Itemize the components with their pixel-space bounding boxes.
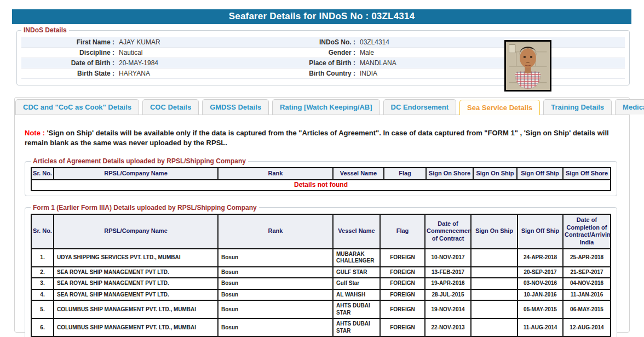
column-header: Sr. No.: [31, 168, 54, 180]
tab-cdc-and-coc-as-cook-details[interactable]: CDC and "CoC as Cook" Details: [15, 99, 139, 115]
form1-header-row: Sr. No.RPSL/Company NameRankVessel NameF…: [31, 214, 611, 249]
column-header: Flag: [384, 168, 426, 180]
articles-of-agreement-panel: Articles of Agreement Details uploaded b…: [25, 157, 617, 196]
table-cell: Bosun: [218, 267, 333, 278]
table-cell: 19-NOV-2014: [425, 300, 471, 318]
form1-table-row: 6.COLUMBUS SHIP MANAGEMENT PVT. LTD., MU…: [31, 318, 611, 336]
form1-table-row: 4.SEA ROYAL SHIP MANAGEMENT PVT LTD.Bosu…: [31, 289, 611, 301]
tab-sea-service-details[interactable]: Sea Service Details: [459, 100, 540, 115]
table-cell: 3.: [31, 278, 54, 289]
table-cell: 4.: [31, 289, 54, 301]
table-cell: 05-MAY-2015: [518, 300, 563, 318]
articles-legend: Articles of Agreement Details uploaded b…: [31, 157, 248, 165]
table-cell: SEA ROYAL SHIP MANAGEMENT PVT LTD.: [54, 289, 218, 301]
column-header: Sign On Shore: [426, 168, 473, 180]
column-header: Sign On Ship: [473, 168, 517, 180]
column-header: Date of Completion of Contract/Arriving …: [563, 214, 611, 249]
sea-service-tab-content: Note : 'Sign on Ship' details will be av…: [15, 115, 629, 337]
column-header: Vessel Name: [333, 168, 384, 180]
tab-coc-details[interactable]: COC Details: [142, 99, 199, 115]
column-header: Sign Off Shore: [563, 168, 611, 180]
page-title: Seafarer Details for INDoS No : 03ZL4314: [12, 9, 631, 24]
column-header: Vessel Name: [333, 214, 380, 249]
detail-value: Nautical: [114, 49, 295, 56]
articles-header-row: Sr. No.RPSL/Company NameRankVessel NameF…: [31, 168, 611, 180]
table-cell: 12-AUG-2014: [563, 318, 611, 336]
table-cell: 5.: [31, 300, 54, 318]
table-cell: 10-JAN-2016: [518, 289, 563, 301]
table-cell: Gulf Star: [333, 278, 380, 289]
column-header: RPSL/Company Name: [54, 214, 218, 249]
detail-value: 03ZL4314: [355, 38, 520, 46]
table-cell: FOREIGN: [380, 249, 425, 267]
form1-table-row: 1.UDYA SHIPPING SERVICES PVT. LTD., MUMB…: [31, 249, 611, 267]
articles-of-agreement-table: Sr. No.RPSL/Company NameRankVessel NameF…: [31, 167, 611, 191]
tab-training-details[interactable]: Training Details: [543, 99, 612, 115]
detail-value: 20-MAY-1984: [114, 59, 295, 67]
table-cell: 10-NOV-2017: [425, 249, 471, 267]
detail-label: Discipline :: [21, 49, 114, 56]
form1-legend: Form 1 (Earlier Form IIIA) Details uploa…: [31, 204, 259, 212]
detail-label: Gender :: [295, 49, 355, 56]
detail-value: INDIA: [355, 70, 520, 77]
column-header: Sign Off Ship: [517, 168, 563, 180]
table-cell: 11-AUG-2014: [518, 318, 563, 336]
table-cell: [471, 289, 518, 301]
table-cell: 6.: [31, 318, 54, 336]
table-cell: COLUMBUS SHIP MANAGEMENT PVT. LTD., MUMB…: [54, 300, 218, 318]
seafarer-photo: [504, 40, 551, 92]
detail-label: INDoS No. :: [295, 38, 355, 46]
table-cell: 06-MAY-2015: [563, 300, 611, 318]
table-cell: [471, 278, 518, 289]
table-cell: [471, 318, 518, 336]
column-header: RPSL/Company Name: [54, 168, 218, 180]
page: Seafarer Details for INDoS No : 03ZL4314…: [12, 9, 631, 333]
table-cell: [471, 300, 518, 318]
table-cell: 21-SEP-2017: [563, 267, 611, 278]
tab-bar: CDC and "CoC as Cook" DetailsCOC Details…: [15, 98, 629, 115]
detail-value: MANDLANA: [355, 59, 520, 67]
column-header: Rank: [218, 168, 333, 180]
column-header: Flag: [380, 214, 425, 249]
table-cell: 20-SEP-2017: [518, 267, 563, 278]
detail-value: AJAY KUMAR: [114, 38, 295, 46]
table-cell: Bosun: [218, 249, 333, 267]
detail-label: First Name :: [21, 38, 114, 46]
note-text: Note : 'Sign on Ship' details will be av…: [25, 128, 619, 147]
table-cell: 2.: [31, 267, 54, 278]
form1-panel: Form 1 (Earlier Form IIIA) Details uploa…: [25, 204, 617, 337]
table-cell: Bosun: [218, 278, 333, 289]
table-cell: FOREIGN: [380, 267, 425, 278]
table-cell: Bosun: [218, 318, 333, 336]
tab-gmdss-details[interactable]: GMDSS Details: [202, 99, 269, 115]
table-cell: 25-APR-2018: [563, 249, 611, 267]
table-cell: COLUMBUS SHIP MANAGEMENT PVT. LTD., MUMB…: [54, 318, 218, 336]
table-cell: FOREIGN: [380, 300, 425, 318]
tab-rating-watch-keeping-ab[interactable]: Rating [Watch Keeping/AB]: [272, 99, 380, 115]
note-prefix: Note :: [25, 129, 45, 137]
tab-panel-container: CDC and "CoC as Cook" DetailsCOC Details…: [14, 97, 630, 333]
form1-table: Sr. No.RPSL/Company NameRankVessel NameF…: [31, 214, 611, 337]
detail-label: Date of Birth :: [21, 59, 114, 67]
table-cell: [471, 249, 518, 267]
table-cell: 03-NOV-2016: [518, 278, 563, 289]
form1-table-row: 3.SEA ROYAL SHIP MANAGEMENT PVT LTD.Bosu…: [31, 278, 611, 289]
note-body: 'Sign on Ship' details will be available…: [25, 129, 609, 147]
table-cell: GULF STAR: [333, 267, 380, 278]
detail-label: Birth Country :: [295, 70, 355, 77]
column-header: Sign Off Ship: [518, 214, 563, 249]
detail-value: HARYANA: [114, 70, 295, 77]
table-cell: FOREIGN: [380, 289, 425, 301]
table-cell: FOREIGN: [380, 278, 425, 289]
table-cell: 13-FEB-2017: [425, 267, 471, 278]
table-cell: MUBARAK CHALLENGER: [333, 249, 380, 267]
table-cell: FOREIGN: [380, 318, 425, 336]
form1-table-row: 5.COLUMBUS SHIP MANAGEMENT PVT. LTD., MU…: [31, 300, 611, 318]
tab-medical-fitness-certificate[interactable]: Medical Fitness Certificate: [615, 99, 644, 115]
column-header: Date of Commencement of Contract: [425, 214, 471, 249]
detail-label: Place of Birth :: [295, 59, 355, 67]
table-cell: AHTS DUBAI STAR: [333, 318, 380, 336]
tab-dc-endorsement[interactable]: DC Endorsement: [383, 99, 456, 115]
table-cell: 24-APR-2018: [518, 249, 563, 267]
table-cell: SEA ROYAL SHIP MANAGEMENT PVT LTD.: [54, 267, 218, 278]
